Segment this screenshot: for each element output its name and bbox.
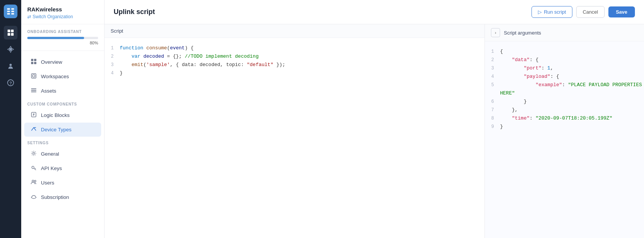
editor-area: Script 1 function consume(event) { 2 var…	[105, 24, 644, 238]
code-line-4: 4 }	[105, 69, 485, 77]
main-content: Uplink script ▷ Run script Cancel Save S…	[105, 0, 644, 238]
svg-rect-0	[7, 8, 10, 10]
svg-rect-3	[11, 11, 14, 12]
run-icon: ▷	[538, 9, 542, 15]
sidebar-item-overview[interactable]: Overview	[24, 55, 101, 69]
general-icon	[30, 150, 37, 158]
progress-bar-fill	[27, 37, 84, 39]
sidebar-nav: Overview Workspaces Assets CUSTOM COMPON…	[21, 51, 104, 238]
svg-rect-9	[11, 33, 14, 36]
save-button[interactable]: Save	[608, 6, 635, 17]
json-line-1: 1 {	[485, 47, 644, 56]
svg-rect-19	[33, 75, 35, 77]
svg-rect-1	[7, 11, 10, 12]
nav-icon-network[interactable]	[4, 43, 17, 56]
args-code[interactable]: 1 { 2 "data": { 3 "port": 1,	[485, 41, 644, 238]
json-line-7: 7 },	[485, 106, 644, 114]
script-panel: Script 1 function consume(event) { 2 var…	[105, 24, 485, 238]
code-line-2: 2 var decoded = {}; //TODO implement dec…	[105, 52, 485, 61]
custom-components-label: CUSTOM COMPONENTS	[21, 98, 104, 108]
svg-rect-7	[11, 30, 14, 32]
main-title: Uplink script	[114, 8, 155, 16]
svg-text:?: ?	[9, 81, 12, 85]
nav-icon-person[interactable]	[4, 59, 17, 73]
nav-bar: ?	[0, 0, 21, 238]
subscription-label: Subscription	[41, 194, 69, 200]
args-panel-header: › Script arguments	[485, 24, 644, 41]
app-logo[interactable]	[4, 5, 17, 18]
sidebar-item-workspaces[interactable]: Workspaces	[24, 69, 101, 84]
switch-org-icon: ⇄	[27, 14, 31, 19]
json-line-2: 2 "data": {	[485, 56, 644, 64]
nav-icon-help[interactable]: ?	[4, 76, 17, 90]
header-actions: ▷ Run script Cancel Save	[531, 6, 635, 18]
device-types-label: Device Types	[41, 127, 72, 132]
logic-blocks-label: Logic Blocks	[41, 112, 70, 118]
overview-icon	[30, 58, 37, 66]
svg-point-11	[9, 64, 12, 66]
sidebar-item-assets[interactable]: Assets	[24, 84, 101, 98]
users-icon	[30, 179, 37, 186]
svg-point-29	[32, 166, 34, 169]
svg-rect-2	[11, 8, 14, 10]
onboarding-section: ONBOARDING ASSISTANT 80%	[21, 24, 104, 51]
sidebar-item-device-types[interactable]: Device Types	[24, 123, 101, 137]
sidebar-item-users[interactable]: Users	[24, 176, 101, 190]
overview-label: Overview	[41, 59, 62, 65]
json-line-4: 4 "payload": {	[485, 73, 644, 81]
run-script-button[interactable]: ▷ Run script	[531, 6, 573, 18]
workspaces-icon	[30, 73, 37, 80]
sidebar-item-general[interactable]: General	[24, 147, 101, 161]
svg-rect-17	[34, 62, 36, 64]
script-panel-label: Script	[105, 24, 485, 38]
code-line-3: 3 emit('sample', { data: decoded, topic:…	[105, 61, 485, 69]
json-line-6: 6 }	[485, 98, 644, 106]
device-types-icon	[30, 126, 37, 133]
cancel-button[interactable]: Cancel	[576, 6, 604, 18]
args-toggle-button[interactable]: ›	[491, 28, 500, 37]
switch-org-label: Switch Organization	[33, 14, 73, 19]
assets-icon	[30, 87, 37, 95]
progress-bar-bg	[27, 37, 98, 39]
json-line-9: 9 }	[485, 123, 644, 131]
svg-rect-16	[31, 62, 33, 64]
svg-rect-22	[31, 91, 36, 92]
json-line-3: 3 "port": 1,	[485, 64, 644, 73]
svg-point-28	[33, 153, 35, 154]
svg-line-31	[35, 168, 36, 169]
json-line-8: 8 "time": "2020-09-07T18:20:05.199Z"	[485, 114, 644, 123]
sidebar-item-api-keys[interactable]: API Keys	[24, 161, 101, 175]
svg-rect-20	[31, 88, 36, 89]
logic-blocks-icon	[30, 112, 37, 119]
sidebar-header: RAKwireless ⇄ Switch Organization	[21, 0, 104, 24]
svg-rect-21	[31, 90, 36, 91]
api-keys-icon	[30, 165, 37, 172]
onboarding-label: ONBOARDING ASSISTANT	[27, 30, 98, 34]
nav-icon-dashboard[interactable]	[4, 26, 17, 39]
svg-rect-4	[7, 13, 10, 15]
sidebar-item-subscription[interactable]: Subscription	[24, 190, 101, 204]
progress-pct: 80%	[27, 41, 98, 45]
workspaces-label: Workspaces	[41, 74, 69, 79]
switch-org-button[interactable]: ⇄ Switch Organization	[27, 14, 98, 19]
main-header: Uplink script ▷ Run script Cancel Save	[105, 0, 644, 24]
svg-rect-8	[8, 33, 10, 36]
svg-rect-6	[8, 30, 10, 32]
settings-label: SETTINGS	[21, 137, 104, 147]
run-label: Run script	[544, 9, 566, 15]
users-label: Users	[41, 180, 54, 186]
svg-rect-18	[31, 74, 36, 78]
svg-rect-15	[34, 59, 36, 61]
args-label: Script arguments	[504, 30, 541, 36]
args-panel: › Script arguments 1 { 2 "data": {	[485, 24, 644, 238]
sidebar-item-logic-blocks[interactable]: Logic Blocks	[24, 108, 101, 122]
json-line-5: 5 "example": "PLACE PAYLOAD PROPERTIES H…	[485, 81, 644, 98]
svg-rect-14	[31, 59, 33, 61]
subscription-icon	[30, 194, 37, 201]
svg-point-33	[34, 180, 36, 182]
code-editor[interactable]: 1 function consume(event) { 2 var decode…	[105, 38, 485, 238]
sidebar: RAKwireless ⇄ Switch Organization ONBOAR…	[21, 0, 105, 238]
code-line-1: 1 function consume(event) {	[105, 44, 485, 52]
assets-label: Assets	[41, 88, 56, 94]
svg-point-32	[32, 180, 34, 182]
